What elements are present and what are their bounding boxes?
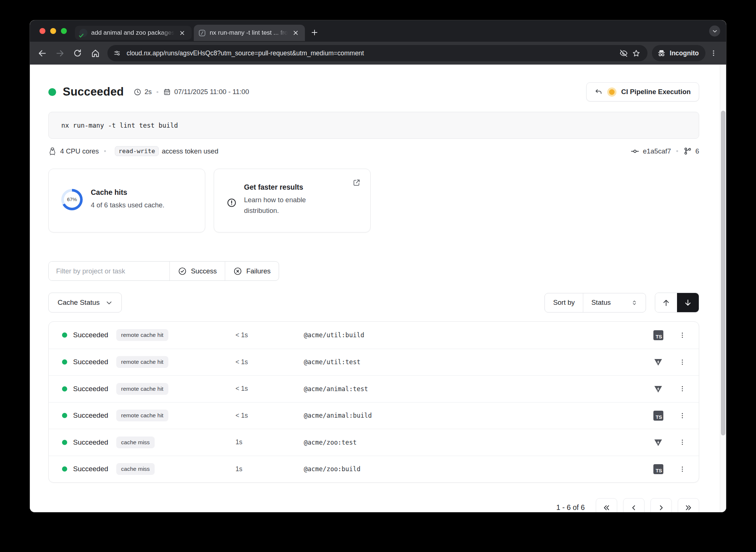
- chevrons-left-icon: [602, 504, 611, 512]
- tab-close-icon[interactable]: [178, 29, 186, 37]
- run-command: nx run-many -t lint test build: [48, 112, 699, 139]
- row-menu-icon[interactable]: [674, 412, 691, 419]
- new-tab-button[interactable]: [308, 26, 321, 39]
- table-row[interactable]: Succeeded remote cache hit < 1s @acme/an…: [49, 402, 699, 429]
- next-page-button[interactable]: [650, 498, 672, 512]
- cache-hits-card: 67% Cache hits 4 of 6 tasks used cache.: [48, 169, 205, 232]
- address-bar[interactable]: cloud.nx.app/runs/agsvEHsQc8?utm_source=…: [107, 45, 647, 61]
- cache-status-badge: remote cache hit: [116, 329, 168, 341]
- access-token-scope: read-write: [115, 146, 159, 156]
- sort-value: Status: [591, 299, 611, 307]
- row-duration: 1s: [236, 438, 304, 446]
- browser-window: add animal and zoo packages nx run-many …: [30, 20, 726, 512]
- table-row[interactable]: Succeeded remote cache hit < 1s @acme/ut…: [49, 322, 699, 349]
- reload-button[interactable]: [69, 45, 86, 62]
- eye-off-icon[interactable]: [617, 47, 630, 59]
- run-status-dot: [48, 88, 56, 96]
- calendar-icon: [163, 88, 171, 96]
- table-row[interactable]: Succeeded remote cache hit < 1s @acme/ut…: [49, 349, 699, 376]
- row-duration: < 1s: [236, 412, 304, 420]
- minimize-window-button[interactable]: [50, 28, 56, 34]
- ci-pipeline-execution-button[interactable]: CI Pipeline Execution: [586, 82, 699, 101]
- access-token-suffix: access token used: [162, 147, 218, 155]
- forward-button[interactable]: [51, 45, 68, 62]
- scrollbar-thumb[interactable]: [721, 111, 725, 435]
- cache-status-badge: remote cache hit: [116, 383, 168, 395]
- window-controls: [30, 28, 75, 34]
- chevron-down-icon: [106, 299, 113, 306]
- home-button[interactable]: [87, 45, 104, 62]
- row-menu-icon[interactable]: [674, 332, 691, 339]
- incognito-badge: Incognito: [652, 45, 705, 61]
- row-status-dot: [62, 466, 67, 472]
- typescript-icon: TS: [653, 411, 663, 421]
- last-page-button[interactable]: [678, 498, 699, 512]
- close-window-button[interactable]: [39, 28, 45, 34]
- filter-bar: Success Failures: [48, 261, 279, 281]
- external-link-icon[interactable]: [353, 179, 361, 187]
- vitest-icon: [653, 384, 663, 394]
- table-row[interactable]: Succeeded remote cache hit < 1s @acme/an…: [49, 375, 699, 402]
- filter-success-toggle[interactable]: Success: [169, 262, 225, 280]
- row-menu-icon[interactable]: [674, 359, 691, 366]
- run-duration: 2s: [145, 88, 152, 96]
- row-task-name[interactable]: @acme/animal:test: [304, 385, 643, 393]
- sort-ascending-button[interactable]: [655, 293, 677, 312]
- commit-sha[interactable]: e1a5caf7: [643, 147, 671, 155]
- cache-status-dropdown[interactable]: Cache Status: [48, 293, 122, 313]
- row-task-name[interactable]: @acme/util:test: [304, 358, 643, 366]
- page-scrollbar[interactable]: [720, 65, 726, 512]
- row-task-name[interactable]: @acme/zoo:build: [304, 465, 643, 473]
- tab-search-button[interactable]: [709, 25, 720, 37]
- row-menu-icon[interactable]: [674, 385, 691, 392]
- zoom-window-button[interactable]: [61, 28, 67, 34]
- filter-input[interactable]: [49, 262, 169, 280]
- cache-status-badge: cache miss: [116, 463, 155, 475]
- cache-card-title: Cache hits: [91, 188, 165, 197]
- sort-direction-group: [655, 293, 699, 313]
- row-status-label: Succeeded: [73, 411, 108, 420]
- row-menu-icon[interactable]: [674, 466, 691, 473]
- chevrons-right-icon: [684, 504, 693, 512]
- typescript-icon: TS: [653, 464, 663, 474]
- tab-github-pr[interactable]: add animal and zoo packages: [75, 26, 192, 40]
- row-status-dot: [62, 359, 67, 365]
- filter-failures-toggle[interactable]: Failures: [225, 262, 279, 280]
- back-button[interactable]: [34, 45, 51, 62]
- bookmark-star-icon[interactable]: [630, 47, 642, 59]
- previous-page-button[interactable]: [623, 498, 645, 512]
- browser-toolbar: cloud.nx.app/runs/agsvEHsQc8?utm_source=…: [30, 42, 726, 65]
- check-circle-icon: [178, 267, 187, 276]
- cache-donut-chart: 67%: [61, 189, 83, 210]
- row-task-name[interactable]: @acme/zoo:test: [304, 439, 643, 446]
- table-row[interactable]: Succeeded cache miss 1s @acme/zoo:build …: [49, 456, 699, 483]
- clock-icon: [134, 88, 141, 96]
- row-status-label: Succeeded: [73, 438, 108, 446]
- pipeline-button-label: CI Pipeline Execution: [621, 88, 691, 96]
- cache-status-badge: cache miss: [116, 437, 155, 448]
- first-page-button[interactable]: [596, 498, 617, 512]
- sort-group: Sort by Status: [544, 293, 646, 313]
- table-row[interactable]: Succeeded cache miss 1s @acme/zoo:test T…: [49, 429, 699, 456]
- task-table: Succeeded remote cache hit < 1s @acme/ut…: [48, 321, 699, 483]
- commit-icon: [630, 147, 639, 156]
- sort-select[interactable]: Status: [583, 293, 646, 312]
- row-status-label: Succeeded: [73, 465, 108, 473]
- row-task-name[interactable]: @acme/util:build: [304, 331, 643, 339]
- browser-menu-icon[interactable]: [706, 46, 721, 61]
- site-info-icon[interactable]: [110, 46, 124, 60]
- tab-close-icon[interactable]: [292, 29, 300, 37]
- tab-nx-cloud-run[interactable]: nx run-many -t lint test ... fro: [194, 25, 305, 41]
- cpu-cores-label: 4 CPU cores: [60, 147, 99, 155]
- run-status-title: Succeeded: [63, 85, 124, 99]
- faster-results-card[interactable]: Get faster results Learn how to enable d…: [214, 169, 371, 232]
- separator-dot: [676, 150, 678, 152]
- separator-dot: [104, 150, 106, 152]
- vitest-icon: [653, 357, 663, 367]
- row-menu-icon[interactable]: [674, 439, 691, 446]
- row-task-name[interactable]: @acme/animal:build: [304, 412, 643, 419]
- separator-dot: [157, 91, 158, 93]
- row-status-dot: [62, 386, 67, 391]
- branch-count[interactable]: 6: [695, 147, 699, 155]
- sort-descending-button[interactable]: [677, 293, 699, 312]
